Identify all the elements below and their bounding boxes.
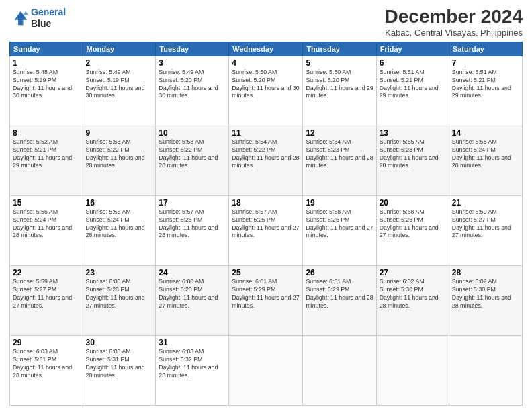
day-number: 6: [380, 58, 446, 68]
day-number: 14: [452, 128, 519, 138]
calendar-cell: 6 Sunrise: 5:51 AM Sunset: 5:21 PM Dayli…: [376, 56, 449, 126]
day-info: Sunrise: 5:50 AM Sunset: 5:20 PM Dayligh…: [306, 68, 373, 101]
calendar-cell: 24 Sunrise: 6:00 AM Sunset: 5:28 PM Dayl…: [156, 265, 229, 335]
day-info: Sunrise: 5:53 AM Sunset: 5:22 PM Dayligh…: [86, 138, 153, 171]
calendar-cell: 23 Sunrise: 6:00 AM Sunset: 5:28 PM Dayl…: [83, 265, 156, 335]
calendar-cell: 2 Sunrise: 5:49 AM Sunset: 5:19 PM Dayli…: [83, 56, 156, 126]
day-number: 12: [306, 128, 373, 138]
calendar-cell: 15 Sunrise: 5:56 AM Sunset: 5:24 PM Dayl…: [10, 195, 83, 265]
day-number: 9: [86, 128, 153, 138]
col-tuesday: Tuesday: [156, 42, 229, 56]
main-title: December 2024: [385, 7, 523, 28]
calendar-cell: 7 Sunrise: 5:51 AM Sunset: 5:21 PM Dayli…: [449, 56, 522, 126]
day-number: 15: [13, 198, 80, 208]
day-number: 10: [159, 128, 226, 138]
day-info: Sunrise: 5:59 AM Sunset: 5:27 PM Dayligh…: [13, 278, 80, 310]
day-info: Sunrise: 6:01 AM Sunset: 5:29 PM Dayligh…: [306, 278, 373, 310]
header: General Blue December 2024 Kabac, Centra…: [9, 7, 523, 38]
calendar-week-row: 15 Sunrise: 5:56 AM Sunset: 5:24 PM Dayl…: [10, 195, 523, 265]
day-info: Sunrise: 6:02 AM Sunset: 5:30 PM Dayligh…: [380, 278, 446, 310]
title-block: December 2024 Kabac, Central Visayas, Ph…: [385, 7, 523, 38]
day-number: 19: [306, 198, 373, 208]
calendar-cell: 19 Sunrise: 5:58 AM Sunset: 5:26 PM Dayl…: [303, 195, 376, 265]
day-info: Sunrise: 6:03 AM Sunset: 5:32 PM Dayligh…: [159, 348, 226, 380]
col-monday: Monday: [83, 42, 156, 56]
day-info: Sunrise: 6:02 AM Sunset: 5:30 PM Dayligh…: [452, 278, 519, 310]
calendar-cell: 26 Sunrise: 6:01 AM Sunset: 5:29 PM Dayl…: [303, 265, 376, 335]
day-number: 5: [306, 58, 373, 68]
day-number: 17: [159, 198, 226, 208]
day-info: Sunrise: 5:54 AM Sunset: 5:23 PM Dayligh…: [306, 138, 373, 171]
day-number: 22: [13, 268, 80, 277]
day-info: Sunrise: 5:51 AM Sunset: 5:21 PM Dayligh…: [380, 68, 446, 101]
calendar-cell: 21 Sunrise: 5:59 AM Sunset: 5:27 PM Dayl…: [449, 195, 522, 265]
day-info: Sunrise: 5:55 AM Sunset: 5:23 PM Dayligh…: [380, 138, 446, 171]
day-info: Sunrise: 5:49 AM Sunset: 5:20 PM Dayligh…: [159, 68, 226, 101]
day-info: Sunrise: 5:50 AM Sunset: 5:20 PM Dayligh…: [232, 68, 300, 101]
page: General Blue December 2024 Kabac, Centra…: [0, 0, 532, 411]
calendar-cell: 25 Sunrise: 6:01 AM Sunset: 5:29 PM Dayl…: [229, 265, 303, 335]
day-number: 28: [452, 268, 519, 277]
day-info: Sunrise: 5:57 AM Sunset: 5:25 PM Dayligh…: [232, 208, 300, 240]
day-info: Sunrise: 5:51 AM Sunset: 5:21 PM Dayligh…: [452, 68, 519, 101]
calendar-week-row: 1 Sunrise: 5:48 AM Sunset: 5:19 PM Dayli…: [10, 56, 523, 126]
calendar-cell: 18 Sunrise: 5:57 AM Sunset: 5:25 PM Dayl…: [229, 195, 303, 265]
day-info: Sunrise: 6:00 AM Sunset: 5:28 PM Dayligh…: [86, 278, 153, 310]
calendar-cell: 28 Sunrise: 6:02 AM Sunset: 5:30 PM Dayl…: [449, 265, 522, 335]
day-number: 25: [232, 268, 300, 277]
calendar-cell: 27 Sunrise: 6:02 AM Sunset: 5:30 PM Dayl…: [376, 265, 449, 335]
day-info: Sunrise: 5:52 AM Sunset: 5:21 PM Dayligh…: [13, 138, 80, 171]
calendar-cell: 11 Sunrise: 5:54 AM Sunset: 5:22 PM Dayl…: [229, 126, 303, 195]
day-number: 20: [380, 198, 446, 208]
calendar-cell: 30 Sunrise: 6:03 AM Sunset: 5:31 PM Dayl…: [83, 335, 156, 405]
calendar-cell: 16 Sunrise: 5:56 AM Sunset: 5:24 PM Dayl…: [83, 195, 156, 265]
day-info: Sunrise: 5:57 AM Sunset: 5:25 PM Dayligh…: [159, 208, 226, 240]
calendar-cell: 3 Sunrise: 5:49 AM Sunset: 5:20 PM Dayli…: [156, 56, 229, 126]
day-info: Sunrise: 6:03 AM Sunset: 5:31 PM Dayligh…: [13, 348, 80, 380]
day-number: 31: [159, 338, 226, 347]
day-info: Sunrise: 5:53 AM Sunset: 5:22 PM Dayligh…: [159, 138, 226, 171]
calendar-week-row: 29 Sunrise: 6:03 AM Sunset: 5:31 PM Dayl…: [10, 335, 523, 405]
calendar-cell: 22 Sunrise: 5:59 AM Sunset: 5:27 PM Dayl…: [10, 265, 83, 335]
day-number: 27: [380, 268, 446, 277]
col-sunday: Sunday: [10, 42, 83, 56]
day-info: Sunrise: 5:58 AM Sunset: 5:26 PM Dayligh…: [306, 208, 373, 240]
day-number: 16: [86, 198, 153, 208]
calendar-cell: 29 Sunrise: 6:03 AM Sunset: 5:31 PM Dayl…: [10, 335, 83, 405]
day-number: 2: [86, 58, 153, 68]
day-number: 24: [159, 268, 226, 277]
calendar-cell: [449, 335, 522, 405]
calendar-week-row: 8 Sunrise: 5:52 AM Sunset: 5:21 PM Dayli…: [10, 126, 523, 195]
calendar-cell: 5 Sunrise: 5:50 AM Sunset: 5:20 PM Dayli…: [303, 56, 376, 126]
col-wednesday: Wednesday: [229, 42, 303, 56]
day-number: 8: [13, 128, 80, 138]
calendar-week-row: 22 Sunrise: 5:59 AM Sunset: 5:27 PM Dayl…: [10, 265, 523, 335]
calendar-cell: 4 Sunrise: 5:50 AM Sunset: 5:20 PM Dayli…: [229, 56, 303, 126]
day-number: 7: [452, 58, 519, 68]
calendar-cell: 13 Sunrise: 5:55 AM Sunset: 5:23 PM Dayl…: [376, 126, 449, 195]
day-info: Sunrise: 5:48 AM Sunset: 5:19 PM Dayligh…: [13, 68, 80, 101]
day-number: 13: [380, 128, 446, 138]
subtitle: Kabac, Central Visayas, Philippines: [385, 28, 523, 38]
day-number: 21: [452, 198, 519, 208]
day-number: 1: [13, 58, 80, 68]
day-info: Sunrise: 5:56 AM Sunset: 5:24 PM Dayligh…: [13, 208, 80, 240]
day-info: Sunrise: 6:03 AM Sunset: 5:31 PM Dayligh…: [86, 348, 153, 380]
day-number: 23: [86, 268, 153, 277]
day-info: Sunrise: 5:55 AM Sunset: 5:24 PM Dayligh…: [452, 138, 519, 171]
col-friday: Friday: [376, 42, 449, 56]
logo-icon: [9, 9, 28, 28]
day-info: Sunrise: 5:59 AM Sunset: 5:27 PM Dayligh…: [452, 208, 519, 240]
svg-marker-1: [24, 11, 28, 15]
day-number: 30: [86, 338, 153, 347]
logo: General Blue: [9, 7, 66, 30]
day-number: 18: [232, 198, 300, 208]
col-saturday: Saturday: [449, 42, 522, 56]
day-info: Sunrise: 6:00 AM Sunset: 5:28 PM Dayligh…: [159, 278, 226, 310]
day-info: Sunrise: 6:01 AM Sunset: 5:29 PM Dayligh…: [232, 278, 300, 310]
day-number: 26: [306, 268, 373, 277]
day-number: 29: [13, 338, 80, 347]
calendar-cell: [376, 335, 449, 405]
calendar-cell: 8 Sunrise: 5:52 AM Sunset: 5:21 PM Dayli…: [10, 126, 83, 195]
day-number: 11: [232, 128, 300, 138]
